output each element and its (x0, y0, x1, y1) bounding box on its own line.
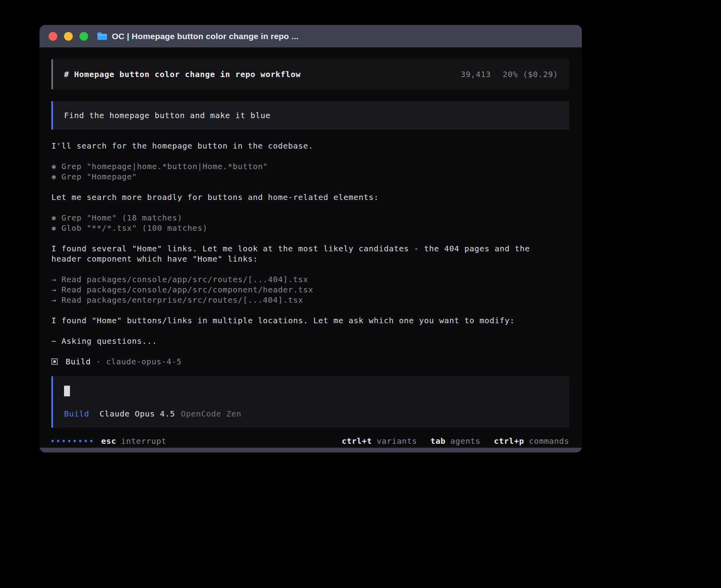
window-title: OC | Homepage button color change in rep… (112, 32, 298, 41)
user-message: Find the homepage button and make it blu… (51, 101, 569, 130)
window-bottom-edge (40, 448, 582, 452)
input-footer: Build Claude Opus 4.5 OpenCode Zen (64, 409, 558, 419)
esc-key: esc (101, 436, 116, 446)
transcript-gap (51, 151, 561, 161)
esc-hint: esc interrupt (101, 436, 166, 446)
shortcut-label: variants (377, 436, 417, 446)
assistant-text-line: Let me search more broadly for buttons a… (51, 192, 561, 202)
spinner-dot (57, 440, 59, 442)
input-agent-label: Build (64, 409, 89, 419)
agent-separator: · (96, 356, 101, 367)
terminal-content: # Homepage button color change in repo w… (40, 47, 582, 448)
terminal-window: OC | Homepage button color change in rep… (40, 25, 582, 452)
user-message-text: Find the homepage button and make it blu… (64, 111, 270, 120)
shortcut-label: agents (450, 436, 480, 446)
tool-call-line: ✱ Grep "Home" (18 matches) (51, 213, 561, 223)
statusbar-right: ctrl+tvariantstabagentsctrl+pcommands (342, 436, 569, 446)
shortcut-key: ctrl+p (494, 436, 524, 446)
agent-status-row: Build · claude-opus-4-5 (51, 356, 569, 367)
shortcut-label: commands (529, 436, 569, 446)
titlebar[interactable]: OC | Homepage button color change in rep… (40, 25, 582, 47)
assistant-text-line: I found several "Home" links. Let me loo… (51, 243, 561, 264)
spinner-dot (62, 440, 65, 442)
esc-label: interrupt (121, 436, 166, 446)
transcript-gap (51, 182, 561, 192)
context-cost: 20% ($0.29) (503, 70, 558, 79)
agent-model: claude-opus-4-5 (106, 356, 181, 367)
transcript-gap (51, 233, 561, 243)
zoom-button[interactable] (79, 32, 88, 41)
session-header: # Homepage button color change in repo w… (51, 59, 569, 89)
tool-call-line: ✱ Glob "**/*.tsx" (100 matches) (51, 223, 561, 233)
shortcut-hint: ctrl+pcommands (494, 436, 569, 446)
assistant-text-line: I found "Home" buttons/links in multiple… (51, 315, 561, 326)
transcript-gap (51, 305, 561, 315)
tool-call-line: → Read packages/console/app/src/routes/[… (51, 274, 561, 285)
spinner-dot (90, 440, 92, 442)
shortcut-key: ctrl+t (342, 436, 372, 446)
shortcut-key: tab (430, 436, 445, 446)
spinner-dot (79, 440, 81, 442)
session-title: # Homepage button color change in repo w… (64, 70, 301, 79)
assistant-text-line: I'll search for the homepage button in t… (51, 141, 561, 151)
tool-call-line: → Read packages/enterprise/src/routes/[.… (51, 295, 561, 305)
statusbar: esc interrupt ctrl+tvariantstabagentsctr… (51, 436, 569, 446)
tool-call-line: ✱ Grep "Homepage" (51, 172, 561, 182)
transcript-gap (51, 202, 561, 213)
spinner (51, 440, 92, 442)
spinner-dot (51, 440, 54, 442)
spinner-dot (68, 440, 70, 442)
shortcut-hint: ctrl+tvariants (342, 436, 417, 446)
input-model-label: Claude Opus 4.5 (100, 409, 175, 419)
transcript: I'll search for the homepage button in t… (51, 141, 561, 346)
tool-call-line: ✱ Grep "homepage|home.*button|Home.*butt… (51, 161, 561, 172)
transcript-gap (51, 264, 561, 274)
minimize-button[interactable] (64, 32, 73, 41)
agent-name: Build (66, 356, 91, 367)
window-title-group: OC | Homepage button color change in rep… (97, 32, 298, 41)
text-cursor (64, 386, 70, 396)
token-count: 39,413 (461, 70, 491, 79)
close-button[interactable] (49, 32, 57, 41)
tool-call-line: → Read packages/console/app/src/componen… (51, 285, 561, 295)
assistant-text-line: ~ Asking questions... (51, 336, 561, 346)
traffic-lights (49, 32, 88, 41)
session-meta: 39,413 20% ($0.29) (461, 70, 558, 79)
spinner-dot (74, 440, 76, 442)
folder-icon (97, 32, 108, 40)
build-agent-icon (51, 358, 58, 365)
spinner-dot (85, 440, 87, 442)
transcript-gap (51, 326, 561, 336)
prompt-input[interactable]: Build Claude Opus 4.5 OpenCode Zen (51, 376, 569, 428)
shortcut-hint: tabagents (430, 436, 481, 446)
input-provider-label: OpenCode Zen (181, 409, 242, 419)
